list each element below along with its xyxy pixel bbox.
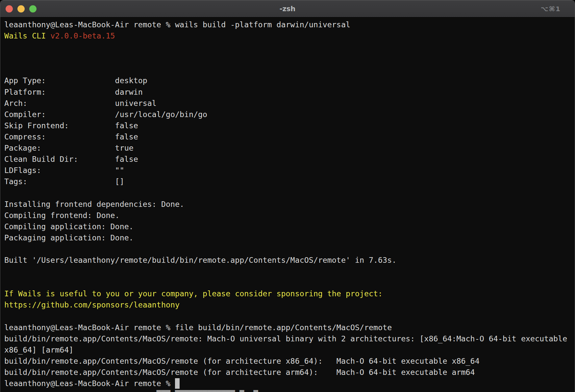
window-titlebar[interactable]: -zsh ⌥⌘1: [0, 0, 575, 17]
terminal-text-segment: Package: true: [4, 143, 134, 152]
terminal-text-segment: Compress: false: [4, 132, 138, 141]
terminal-line: Wails CLI v2.0.0-beta.15: [4, 30, 575, 41]
terminal-line: leaanthony@Leas-MacBook-Air remote %: [4, 378, 575, 389]
terminal-line: Compiler: /usr/local/go/bin/go: [4, 109, 575, 120]
terminal-line: Skip Frontend: false: [4, 120, 575, 131]
terminal-line: If Wails is useful to you or your compan…: [4, 288, 575, 299]
terminal-text-segment: build/bin/remote.app/Contents/MacOS/remo…: [4, 356, 480, 365]
terminal-line: https://github.com/sponsors/leaanthony: [4, 299, 575, 310]
terminal-line: [4, 41, 575, 53]
terminal-text-segment: leaanthony@Leas-MacBook-Air remote %: [4, 379, 175, 388]
terminal-text-segment: Skip Frontend: false: [4, 121, 138, 130]
terminal-line: App Type: desktop: [4, 75, 575, 86]
terminal-text-segment: LDFlags: "": [4, 166, 124, 175]
terminal-text-segment: Platform: darwin: [4, 87, 143, 96]
terminal-text-segment: App Type: desktop: [4, 76, 147, 85]
terminal-text-segment: leaanthony@Leas-MacBook-Air remote % fil…: [4, 323, 392, 332]
terminal-window: -zsh ⌥⌘1 leaanthony@Leas-MacBook-Air rem…: [0, 0, 575, 392]
terminal-text-segment: ███ █████████████ █ █: [157, 390, 258, 392]
terminal-text-segment: [4, 390, 157, 392]
terminal-text-segment: Compiling frontend: Done.: [4, 211, 120, 220]
terminal-line: Compiling frontend: Done.: [4, 210, 575, 221]
terminal-line: build/bin/remote.app/Contents/MacOS/remo…: [4, 367, 575, 378]
terminal-text-segment: build/bin/remote.app/Contents/MacOS/remo…: [4, 368, 475, 377]
terminal-line: Arch: universal: [4, 98, 575, 109]
window-title: -zsh: [0, 0, 575, 17]
terminal-text-segment: Compiler: /usr/local/go/bin/go: [4, 110, 207, 119]
tab-shortcut-badge: ⌥⌘1: [540, 0, 561, 17]
terminal-line: Installing frontend dependencies: Done.: [4, 199, 575, 210]
terminal-text-segment: Compiling application: Done.: [4, 222, 134, 231]
terminal-cursor: [175, 378, 180, 389]
terminal-line: [4, 53, 575, 64]
terminal-line: Package: true: [4, 142, 575, 154]
terminal-line: Clean Build Dir: false: [4, 154, 575, 165]
terminal-line: leaanthony@Leas-MacBook-Air remote % fil…: [4, 322, 575, 333]
terminal-line: [4, 243, 575, 255]
terminal-line: Packaging application: Done.: [4, 232, 575, 243]
terminal-text-segment: Clean Build Dir: false: [4, 155, 138, 163]
terminal-text-segment: build/bin/remote.app/Contents/MacOS/remo…: [4, 334, 567, 343]
terminal-line: Compiling application: Done.: [4, 221, 575, 232]
terminal-line: Platform: darwin: [4, 86, 575, 98]
terminal-text-segment: Tags: []: [4, 177, 124, 186]
terminal-text-segment: v2.0.0-beta.15: [50, 31, 115, 40]
terminal-text-segment: If Wails is useful to you or your compan…: [4, 289, 383, 298]
terminal-line: Compress: false: [4, 131, 575, 142]
terminal-line: [4, 277, 575, 288]
terminal-line: Tags: []: [4, 176, 575, 187]
terminal-text-segment: Arch: universal: [4, 99, 157, 108]
terminal-line: ███ █████████████ █ █: [4, 389, 575, 392]
terminal-output[interactable]: leaanthony@Leas-MacBook-Air remote % wai…: [0, 17, 575, 392]
terminal-text-segment: Packaging application: Done.: [4, 233, 134, 242]
terminal-line: x86_64] [arm64]: [4, 344, 575, 355]
terminal-text-segment: Wails CLI: [4, 31, 50, 40]
terminal-line: build/bin/remote.app/Contents/MacOS/remo…: [4, 355, 575, 367]
terminal-line: [4, 310, 575, 322]
terminal-text-segment: x86_64] [arm64]: [4, 345, 73, 354]
terminal-text-segment: leaanthony@Leas-MacBook-Air remote % wai…: [4, 20, 350, 29]
terminal-line: leaanthony@Leas-MacBook-Air remote % wai…: [4, 19, 575, 30]
terminal-line: [4, 187, 575, 198]
terminal-line: build/bin/remote.app/Contents/MacOS/remo…: [4, 333, 575, 344]
terminal-text-segment: Built '/Users/leaanthony/remote/build/bi…: [4, 256, 396, 264]
terminal-line: [4, 266, 575, 277]
terminal-text-segment: https://github.com/sponsors/leaanthony: [4, 300, 180, 309]
terminal-line: [4, 64, 575, 75]
terminal-text-segment: Installing frontend dependencies: Done.: [4, 200, 184, 208]
terminal-line: Built '/Users/leaanthony/remote/build/bi…: [4, 255, 575, 266]
terminal-line: LDFlags: "": [4, 165, 575, 176]
